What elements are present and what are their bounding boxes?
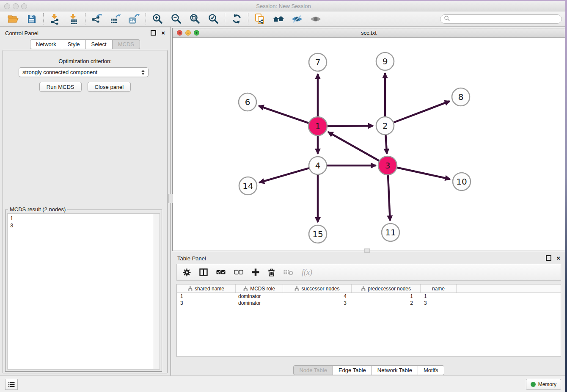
mcds-result-node: 3: [10, 222, 157, 229]
tab-network-table[interactable]: Network Table: [372, 365, 418, 375]
table-panel-title: Table Panel: [177, 255, 206, 262]
mcds-result-node: 1: [10, 215, 157, 222]
table-toolbar: f(x): [176, 264, 561, 281]
cell-shared-name[interactable]: 1: [177, 293, 236, 300]
cell-successor-nodes[interactable]: 4: [283, 293, 352, 300]
column-header-predecessor-nodes[interactable]: predecessor nodes: [352, 284, 421, 293]
node-label-7: 7: [315, 57, 321, 67]
toolbar-group-session: [2, 13, 43, 25]
node-label-8: 8: [458, 92, 464, 102]
export-network-icon[interactable]: [90, 13, 104, 25]
select-all-checkboxes-icon[interactable]: [216, 270, 226, 275]
edge-3-11[interactable]: [388, 174, 390, 221]
table-row[interactable]: 1 dominator 4 1 1: [177, 293, 561, 300]
optimization-criterion-label: Optimization criterion:: [3, 58, 167, 64]
network-window-titlebar[interactable]: × − + scc.txt: [173, 28, 565, 38]
column-type-icon: [188, 286, 193, 291]
os-titlebar[interactable]: Session: New Session: [0, 1, 567, 11]
tab-motifs[interactable]: Motifs: [418, 365, 444, 375]
export-table-icon[interactable]: [108, 13, 123, 25]
column-header-name[interactable]: name: [421, 284, 457, 293]
show-column-icon[interactable]: [199, 268, 208, 276]
edge-1-2[interactable]: [326, 126, 373, 126]
import-table-icon[interactable]: [66, 13, 81, 25]
cell-predecessor-nodes[interactable]: 1: [352, 293, 421, 300]
result-scrollbar[interactable]: [154, 214, 160, 369]
table-settings-gear-icon[interactable]: [183, 268, 191, 276]
node-label-3: 3: [385, 160, 391, 171]
tab-select[interactable]: Select: [85, 39, 113, 49]
hide-selected-icon[interactable]: [290, 13, 304, 25]
cell-mcds-role[interactable]: dominator: [236, 293, 283, 300]
run-mcds-button[interactable]: Run MCDS: [39, 82, 82, 92]
mcds-result-list[interactable]: 1 3: [7, 213, 160, 370]
criterion-select[interactable]: strongly connected component: [19, 67, 149, 77]
cell-mcds-role[interactable]: dominator: [236, 300, 283, 306]
apply-function-icon[interactable]: f(x): [302, 268, 312, 277]
edge-4-14[interactable]: [259, 168, 310, 182]
cell-name[interactable]: 1: [421, 293, 457, 300]
clone-network-icon[interactable]: [253, 13, 267, 25]
column-header-successor-nodes[interactable]: successor nodes: [283, 284, 352, 293]
toolbar-group-refresh: [225, 13, 248, 25]
table-row[interactable]: 3 dominator 3 2 3: [177, 300, 561, 306]
column-header-shared-name[interactable]: shared name: [177, 284, 236, 293]
criterion-selected-value: strongly connected component: [22, 69, 141, 75]
node-label-14: 14: [242, 181, 253, 191]
search-input[interactable]: [450, 16, 558, 22]
nested-network-icon[interactable]: [271, 13, 286, 25]
vertical-splitter-handle[interactable]: [168, 194, 173, 203]
main-toolbar: [0, 11, 567, 27]
float-table-panel-icon[interactable]: [546, 255, 551, 261]
tab-edge-table[interactable]: Edge Table: [333, 365, 372, 375]
zoom-in-icon[interactable]: [150, 13, 165, 25]
window-title: Session: New Session: [0, 1, 567, 11]
refresh-icon[interactable]: [229, 13, 244, 25]
search-icon: [444, 15, 450, 23]
import-network-icon[interactable]: [48, 13, 62, 25]
zoom-fit-icon[interactable]: [187, 13, 202, 25]
column-header-mcds-role[interactable]: MCDS role: [236, 284, 283, 293]
close-panel-icon[interactable]: ×: [161, 30, 165, 36]
edge-3-10[interactable]: [396, 167, 450, 179]
close-panel-button[interactable]: Close panel: [88, 82, 131, 92]
cell-successor-nodes[interactable]: 3: [283, 300, 352, 306]
add-row-icon[interactable]: [252, 268, 259, 276]
cell-predecessor-nodes[interactable]: 2: [352, 300, 421, 306]
show-log-button[interactable]: [5, 379, 18, 390]
table-panel: Table Panel ×: [172, 252, 565, 376]
edge-1-6[interactable]: [259, 106, 310, 124]
toolbar-group-import: [44, 13, 85, 25]
zoom-selected-icon[interactable]: [206, 13, 220, 25]
node-label-11: 11: [385, 227, 396, 237]
cell-name[interactable]: 3: [421, 300, 457, 306]
tab-mcds[interactable]: MCDS: [112, 39, 140, 49]
status-bar: Memory: [0, 375, 567, 392]
search-box[interactable]: [440, 14, 562, 24]
horizontal-splitter-handle[interactable]: [364, 248, 370, 253]
export-image-icon[interactable]: [127, 13, 141, 25]
network-canvas[interactable]: 7968124314101511: [173, 37, 565, 251]
node-label-10: 10: [456, 177, 467, 187]
close-table-panel-icon[interactable]: ×: [556, 255, 560, 261]
open-session-icon[interactable]: [6, 13, 20, 25]
show-all-icon[interactable]: [308, 13, 323, 25]
float-panel-icon[interactable]: [151, 30, 156, 36]
delete-table-icon[interactable]: [284, 269, 293, 276]
zoom-out-icon[interactable]: [169, 13, 183, 25]
deselect-all-checkboxes-icon[interactable]: [234, 270, 243, 275]
select-stepper-icon: [141, 70, 145, 75]
save-session-icon[interactable]: [25, 13, 39, 25]
tab-node-table[interactable]: Node Table: [293, 365, 333, 375]
tab-network[interactable]: Network: [30, 39, 62, 49]
mcds-result-title: MCDS result (2 nodes): [8, 206, 67, 213]
control-panel-title: Control Panel: [5, 30, 39, 36]
edge-2-3[interactable]: [385, 134, 387, 154]
desktop-edge-top: [0, 0, 567, 1]
tab-style[interactable]: Style: [62, 39, 86, 49]
edge-3-1[interactable]: [328, 132, 380, 162]
cell-shared-name[interactable]: 3: [177, 300, 236, 306]
edge-2-8[interactable]: [393, 101, 450, 123]
delete-row-icon[interactable]: [268, 268, 275, 276]
memory-button[interactable]: Memory: [526, 379, 561, 390]
